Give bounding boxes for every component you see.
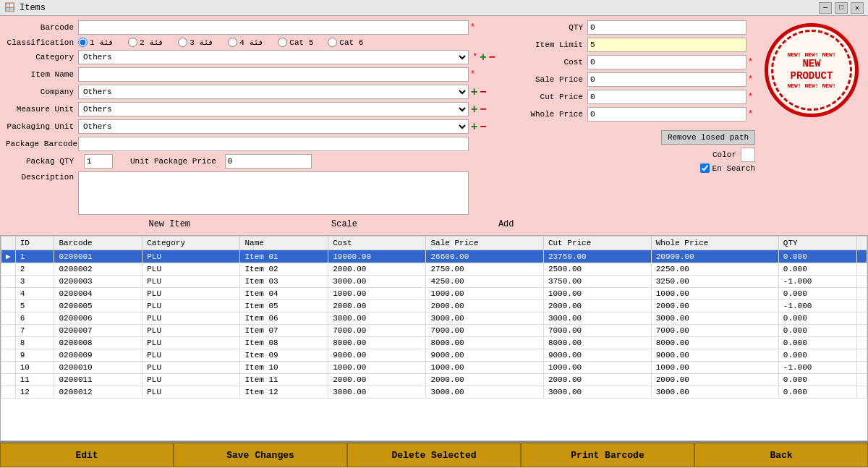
package-barcode-row: Package Barcode	[6, 137, 518, 151]
barcode-label: Barcode	[6, 23, 78, 32]
edit-button[interactable]: Edit	[0, 443, 174, 467]
maximize-button[interactable]: □	[835, 2, 848, 14]
row-barcode: 0200010	[54, 362, 142, 374]
row-cost: 3000.00	[328, 386, 426, 399]
row-scroll-spacer	[857, 250, 867, 263]
company-add-button[interactable]: +	[471, 86, 477, 98]
add-link[interactable]: Add	[498, 219, 514, 229]
cls1-label: فئة 1	[90, 38, 114, 47]
barcode-input[interactable]	[78, 20, 469, 35]
scale-link[interactable]: Scale	[331, 219, 357, 229]
items-table: ID Barcode Category Name Cost Sale Price…	[1, 236, 867, 399]
row-qty: 0.000	[778, 250, 856, 263]
row-name: Item 03	[240, 276, 328, 288]
row-indicator	[1, 349, 16, 362]
en-search-checkbox[interactable]	[700, 163, 710, 173]
row-category: PLU	[142, 250, 240, 263]
measure-unit-select[interactable]: Others	[78, 102, 469, 116]
packaging-unit-select-group: Others + −	[78, 119, 487, 134]
measure-unit-add-button[interactable]: +	[471, 103, 477, 115]
table-row[interactable]: 90200009PLUItem 099000.009000.009000.009…	[1, 349, 867, 362]
row-cut-price: 8000.00	[543, 337, 651, 349]
row-whole-price: 2000.00	[651, 300, 778, 312]
row-sale-price: 7000.00	[426, 325, 543, 337]
category-add-button[interactable]: +	[480, 51, 486, 63]
color-picker[interactable]	[741, 148, 755, 162]
row-indicator	[1, 288, 16, 300]
save-changes-button[interactable]: Save Changes	[174, 443, 347, 467]
radio-c5[interactable]: Cat 5	[278, 38, 313, 47]
company-remove-button[interactable]: −	[480, 86, 486, 98]
col-scroll	[857, 237, 867, 250]
table-row[interactable]: 120200012PLUItem 123000.003000.003000.00…	[1, 386, 867, 399]
table-row[interactable]: 40200004PLUItem 041000.001000.001000.001…	[1, 288, 867, 300]
row-whole-price: 3000.00	[651, 386, 778, 399]
table-row[interactable]: 60200006PLUItem 063000.003000.003000.003…	[1, 312, 867, 325]
cut-price-input[interactable]	[587, 90, 746, 104]
whole-price-input[interactable]	[587, 107, 746, 122]
row-cut-price: 2000.00	[543, 300, 651, 312]
radio-c1[interactable]: فئة 1	[78, 38, 114, 47]
sale-price-input[interactable]	[587, 72, 746, 87]
packaging-unit-remove-button[interactable]: −	[480, 121, 486, 132]
row-id: 10	[15, 362, 54, 374]
row-id: 3	[15, 276, 54, 288]
barcode-required: *	[470, 22, 475, 33]
row-cost: 2000.00	[328, 263, 426, 276]
category-select-group: Others * + −	[78, 50, 495, 64]
window-icon: 🪟	[4, 2, 15, 13]
radio-c3[interactable]: فئة 3	[178, 38, 213, 47]
packaging-unit-add-button[interactable]: +	[471, 121, 477, 132]
table-row[interactable]: 100200010PLUItem 101000.001000.001000.00…	[1, 362, 867, 374]
cls5-label: Cat 5	[289, 38, 313, 47]
print-barcode-button[interactable]: Print Barcode	[521, 443, 694, 467]
cost-input[interactable]	[587, 55, 746, 69]
table-row[interactable]: 110200011PLUItem 112000.002000.002000.00…	[1, 374, 867, 386]
cut-price-label: Cut Price	[529, 93, 587, 101]
item-limit-input[interactable]	[587, 38, 746, 52]
unit-package-price-input[interactable]	[225, 154, 312, 169]
measure-unit-select-group: Others + −	[78, 102, 487, 116]
row-id: 2	[15, 263, 54, 276]
package-barcode-label: Package Barcode	[6, 140, 78, 148]
category-remove-button[interactable]: −	[489, 51, 495, 63]
row-name: Item 11	[240, 374, 328, 386]
table-row[interactable]: 80200008PLUItem 088000.008000.008000.008…	[1, 337, 867, 349]
table-row[interactable]: 20200002PLUItem 022000.002750.002500.002…	[1, 263, 867, 276]
package-barcode-input[interactable]	[78, 137, 469, 151]
row-sale-price: 8000.00	[426, 337, 543, 349]
table-row[interactable]: 50200005PLUItem 052000.002000.002000.002…	[1, 300, 867, 312]
item-limit-row: Item Limit	[529, 38, 755, 52]
description-input[interactable]	[78, 171, 469, 215]
qty-input[interactable]	[587, 20, 746, 35]
packaging-unit-select[interactable]: Others	[78, 119, 469, 134]
delete-selected-button[interactable]: Delete Selected	[347, 443, 521, 467]
row-category: PLU	[142, 337, 240, 349]
radio-c6[interactable]: Cat 6	[328, 38, 363, 47]
close-button[interactable]: ✕	[851, 2, 864, 14]
table-body: ▶10200001PLUItem 0119000.0026600.0023750…	[1, 250, 867, 399]
row-barcode: 0200005	[54, 300, 142, 312]
table-row[interactable]: ▶10200001PLUItem 0119000.0026600.0023750…	[1, 250, 867, 263]
item-name-input[interactable]	[78, 67, 469, 82]
col-sale-price: Sale Price	[426, 237, 543, 250]
new-item-link[interactable]: New Item	[148, 219, 190, 229]
measure-unit-remove-button[interactable]: −	[480, 103, 486, 115]
row-scroll-spacer	[857, 300, 867, 312]
minimize-button[interactable]: —	[819, 2, 832, 14]
table-row[interactable]: 70200007PLUItem 077000.007000.007000.007…	[1, 325, 867, 337]
category-row: Category Others * + −	[6, 50, 518, 64]
table-row[interactable]: 30200003PLUItem 033000.004250.003750.003…	[1, 276, 867, 288]
packag-qty-input[interactable]	[84, 154, 113, 169]
row-scroll-spacer	[857, 374, 867, 386]
classification-label: Classification	[6, 38, 78, 47]
stamp-top: NEW! NEW! NEW!	[787, 51, 835, 58]
back-button[interactable]: Back	[694, 443, 868, 467]
remove-path-button[interactable]: Remove losed path	[661, 130, 755, 145]
radio-c2[interactable]: فئة 2	[128, 38, 163, 47]
company-select[interactable]: Others	[78, 85, 469, 99]
company-label: Company	[6, 88, 78, 96]
radio-c4[interactable]: فئة 4	[228, 38, 263, 47]
category-select[interactable]: Others	[78, 50, 469, 64]
row-indicator	[1, 300, 16, 312]
